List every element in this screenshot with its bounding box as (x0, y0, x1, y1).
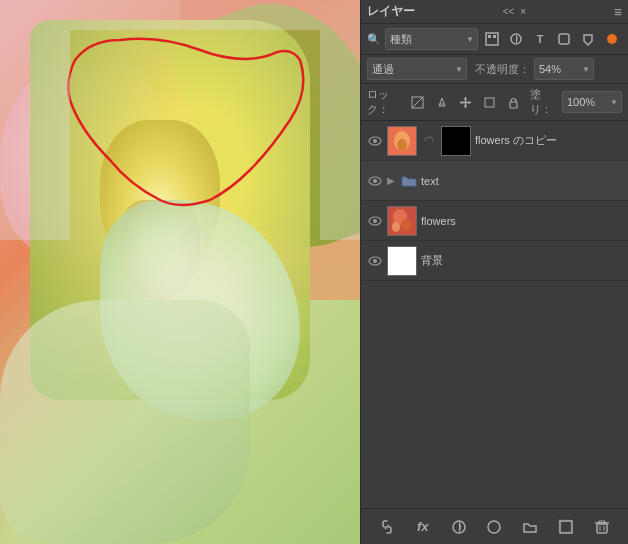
link-layers-button[interactable] (376, 516, 398, 538)
svg-marker-11 (460, 101, 463, 104)
panel-menu-button[interactable]: ≡ (614, 4, 622, 20)
panel-bottom-toolbar: fx (361, 508, 628, 544)
svg-point-32 (488, 521, 500, 533)
panel-titlebar: レイヤー << × ≡ (361, 0, 628, 24)
svg-point-29 (373, 259, 377, 263)
lock-artboard-icon[interactable] (480, 92, 500, 112)
pixel-filter-icon[interactable] (482, 29, 502, 49)
search-icon: 🔍 (367, 33, 381, 46)
blend-mode-select[interactable]: 通過 (367, 58, 467, 80)
visibility-icon-text-group[interactable] (367, 173, 383, 189)
svg-rect-37 (599, 521, 605, 523)
kind-select-wrapper: 種類 ▼ (385, 28, 478, 50)
svg-point-5 (607, 34, 617, 44)
svg-point-23 (373, 219, 377, 223)
new-adjustment-layer-button[interactable] (483, 516, 505, 538)
svg-marker-9 (464, 97, 467, 100)
lock-paint-icon[interactable] (432, 92, 452, 112)
adjustment-filter-icon[interactable] (506, 29, 526, 49)
svg-rect-1 (488, 35, 491, 38)
layer-item-text-group[interactable]: ▶ text (361, 161, 628, 201)
svg-rect-13 (485, 98, 494, 107)
canvas-area (0, 0, 380, 544)
blend-row: 通過 ▼ 不透明度： 54% ▼ (361, 55, 628, 84)
panel-collapse-button[interactable]: << (503, 6, 515, 17)
svg-marker-10 (464, 105, 467, 108)
svg-point-16 (373, 139, 377, 143)
visibility-icon-flowers-copy[interactable] (367, 133, 383, 149)
fill-select[interactable]: 100% (562, 91, 622, 113)
svg-rect-2 (493, 35, 496, 38)
group-folder-icon (401, 173, 417, 189)
layer-thumb-flowers-copy (387, 126, 417, 156)
fx-button[interactable]: fx (412, 516, 434, 538)
svg-point-21 (373, 179, 377, 183)
layer-name-background: 背景 (421, 253, 622, 268)
lock-transparent-icon[interactable] (408, 92, 428, 112)
layer-thumb-background (387, 246, 417, 276)
lock-label: ロック： (367, 87, 402, 117)
kind-select[interactable]: 種類 (385, 28, 478, 50)
lock-move-icon[interactable] (456, 92, 476, 112)
svg-rect-4 (559, 34, 569, 44)
svg-marker-12 (469, 101, 472, 104)
svg-rect-34 (559, 520, 571, 532)
new-group-button[interactable] (519, 516, 541, 538)
svg-point-27 (392, 222, 400, 232)
text-filter-icon[interactable]: T (530, 29, 550, 49)
layer-item-flowers[interactable]: flowers (361, 201, 628, 241)
search-row: 🔍 種類 ▼ T (361, 24, 628, 55)
visibility-icon-flowers[interactable] (367, 213, 383, 229)
layer-link-icon-flowers-copy (421, 133, 437, 149)
layers-list: flowers のコピー ▶ text (361, 121, 628, 508)
visibility-icon-background[interactable] (367, 253, 383, 269)
svg-rect-33 (560, 521, 572, 533)
layer-item-flowers-copy[interactable]: flowers のコピー (361, 121, 628, 161)
lock-all-icon[interactable] (504, 92, 524, 112)
panel-title: レイヤー (367, 3, 415, 20)
opacity-label: 不透明度： (475, 62, 530, 77)
new-layer-button[interactable] (555, 516, 577, 538)
svg-point-26 (401, 219, 411, 231)
new-fill-layer-button[interactable] (448, 516, 470, 538)
smart-filter-icon[interactable] (578, 29, 598, 49)
shape-filter-icon[interactable] (554, 29, 574, 49)
lock-icons (408, 92, 524, 112)
layers-panel: レイヤー << × ≡ 🔍 種類 ▼ T (360, 0, 628, 544)
bg-leaf2 (0, 300, 250, 544)
lock-row: ロック： (361, 84, 628, 121)
svg-rect-0 (486, 33, 498, 45)
delete-layer-button[interactable] (591, 516, 613, 538)
layer-thumb-flowers (387, 206, 417, 236)
layer-name-flowers: flowers (421, 215, 622, 227)
svg-rect-35 (597, 524, 607, 533)
layer-item-background[interactable]: 背景 (361, 241, 628, 281)
selection-outline (60, 30, 320, 240)
active-filter-icon[interactable] (602, 29, 622, 49)
panel-controls: << × (503, 6, 527, 17)
fill-wrapper: 100% ▼ (562, 91, 622, 113)
svg-rect-14 (510, 102, 517, 108)
search-icons-row: T (482, 29, 622, 49)
layer-name-text-group: text (421, 175, 622, 187)
svg-line-7 (412, 97, 423, 108)
svg-point-19 (397, 139, 407, 151)
opacity-wrapper: 54% ▼ (534, 58, 594, 80)
fill-label: 塗り： (530, 87, 556, 117)
panel-close-button[interactable]: × (520, 6, 526, 17)
group-arrow-icon[interactable]: ▶ (387, 175, 395, 186)
opacity-select[interactable]: 54% (534, 58, 594, 80)
layer-mask-flowers-copy (441, 126, 471, 156)
blend-mode-wrapper: 通過 ▼ (367, 58, 467, 80)
layer-name-flowers-copy: flowers のコピー (475, 133, 622, 148)
